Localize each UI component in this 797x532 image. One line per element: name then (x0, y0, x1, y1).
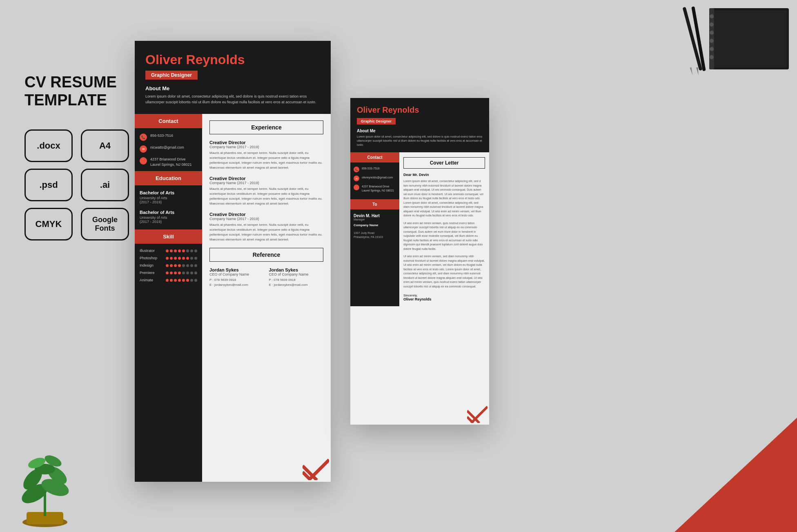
cover-address: 4237 Briarwood Drive Laurel Springs, NJ … (362, 185, 394, 193)
edu-item-1: Bachelor of Arts University of Arts (201… (135, 190, 202, 210)
cover-phone-item: 📞 856-533-7516 (350, 167, 399, 176)
resume-sidebar: Contact 📞 856-533-7516 ✉ nicwatts@gmail.… (135, 114, 202, 482)
exp-desc: Mauris at pharetra nisi, et semper lorem… (209, 223, 323, 242)
edu-item-2: Bachelor of Arts University of Arts (201… (135, 210, 202, 229)
contact-address: 4237 Briarwood Drive Laurel Springs, NJ … (150, 157, 192, 167)
name-first: Oliver (145, 52, 183, 67)
skill-item: Illustrator (135, 249, 202, 256)
skill-name: Premiere (140, 271, 162, 275)
plant-decoration (0, 441, 106, 532)
location-icon: 📍 (140, 157, 147, 165)
desk-decoration (650, 4, 793, 94)
svg-line-32 (467, 411, 479, 423)
cover-body-text-3: Ut wisi enim ad minim veniam, sed diam n… (403, 254, 485, 289)
edu-degree-2: Bachelor of Arts (140, 210, 197, 215)
cover-email-item: ✉ olivreynolds@gmail.com (350, 176, 399, 185)
experience-section-header: Experience (209, 120, 323, 134)
cover-sincerely: Sincerely, (403, 294, 485, 297)
exp-company: Company Name (2017 - 2019) (209, 217, 323, 221)
svg-point-7 (710, 47, 714, 51)
exp-desc: Mauris at pharetra nisi, et semper lorem… (209, 187, 323, 206)
cover-name-first: Oliver (357, 105, 380, 114)
exp-item: Creative Director Company Name (2017 - 2… (209, 140, 323, 170)
cover-dear: Dear Mr. Devin (403, 173, 485, 177)
ref-title-2: CEO of Company Name (269, 272, 324, 276)
skill-section: Skill IllustratorPhotoshopIndesignPremie… (135, 229, 202, 285)
skill-items: IllustratorPhotoshopIndesignPremiereAnim… (135, 249, 202, 285)
resume-header: Oliver Reynolds Graphic Designer About M… (135, 41, 331, 114)
skill-name: Indesign (140, 263, 162, 267)
cover-job-badge: Graphic Designer (357, 118, 396, 125)
format-badge-ai: .ai (81, 169, 129, 201)
format-grid: .docx A4 .psd .ai CMYK Google Fonts (24, 129, 131, 240)
cover-address-item: 📍 4237 Briarwood Drive Laurel Springs, N… (350, 185, 399, 196)
cover-to-company: Company Name (354, 223, 396, 227)
exp-item: Creative Director Company Name (2017 - 2… (209, 176, 323, 206)
contact-label: Contact (135, 114, 202, 128)
about-me-text: Lorem ipsum dolor sit amet, consectetur … (145, 94, 320, 105)
svg-point-8 (710, 55, 714, 59)
exp-title: Creative Director (209, 212, 323, 217)
cover-signature: Oliver Reynolds (403, 297, 485, 301)
cover-bottom-stripes (467, 403, 488, 423)
contact-phone: 856-533-7516 (150, 133, 173, 138)
format-badge-docx: .docx (24, 129, 73, 162)
svg-point-4 (710, 22, 714, 27)
cover-body-text-1: Lorem ipsum dolor sit amet, consectetur … (403, 179, 485, 218)
about-me-section: About Me Lorem ipsum dolor sit amet, con… (145, 85, 320, 105)
ref-title-1: CEO of Company Name (209, 272, 264, 276)
cover-to-info: Devin M. Hart Manager Company Name 1007 … (350, 214, 399, 241)
svg-rect-1 (713, 10, 787, 67)
skill-item: Premiere (135, 271, 202, 278)
cover-phone: 856-533-7516 (362, 167, 380, 171)
cover-name: Oliver Reynolds (357, 105, 483, 115)
cover-to-name: Devin M. Hart (354, 214, 396, 218)
cover-name-last: Reynolds (380, 105, 419, 114)
ref-contact-2: P : 078 5639 0918 E : jordansykes@mail.c… (269, 278, 324, 287)
resume-card: Oliver Reynolds Graphic Designer About M… (135, 41, 331, 482)
education-section: Education Bachelor of Arts University of… (135, 171, 202, 229)
edu-school-2: University of Arts (140, 216, 197, 220)
ref-item-1: Jordan Sykes CEO of Company Name P : 078… (209, 267, 264, 287)
skill-item: Photoshop (135, 256, 202, 263)
experience-items: Creative Director Company Name (2017 - 2… (209, 140, 323, 242)
email-icon: ✉ (140, 145, 147, 153)
edu-year-1: (2017 - 2019) (140, 200, 197, 204)
about-me-label: About Me (145, 85, 320, 91)
edu-year-2: (2017 - 2019) (140, 220, 197, 224)
resume-content: Experience Creative Director Company Nam… (202, 114, 331, 482)
format-badge-a4: A4 (81, 129, 129, 162)
resume-name: Oliver Reynolds (145, 52, 320, 67)
page-title: CV RESUME TEMPLATE (24, 73, 139, 109)
cover-body: Contact 📞 856-533-7516 ✉ olivreynolds@gm… (350, 152, 489, 306)
education-label: Education (135, 171, 202, 185)
skill-name: Photoshop (140, 256, 162, 260)
skill-item: Animate (135, 278, 202, 285)
cover-body-text-2: Ut wisi enim ad minim veniam, quis nostr… (403, 221, 485, 252)
cover-sidebar: Contact 📞 856-533-7516 ✉ olivreynolds@gm… (350, 152, 399, 306)
exp-company: Company Name (2017 - 2019) (209, 181, 323, 185)
skill-name: Animate (140, 278, 162, 282)
cover-letter-card: Oliver Reynolds Graphic Designer About M… (350, 98, 489, 425)
cover-to-role: Manager (354, 218, 396, 221)
cover-to-address: 1007 Judy Road Philadelphia, PA 19103 (354, 227, 396, 239)
cover-letter-label: Cover Letter (403, 157, 485, 169)
skill-label: Skill (135, 229, 202, 244)
contact-section: Contact 📞 856-533-7516 ✉ nicwatts@gmail.… (135, 114, 202, 171)
cover-to-label: To (350, 199, 399, 209)
phone-icon: 📞 (140, 134, 147, 141)
format-badge-cmyk: CMYK (24, 208, 73, 240)
cover-contact-label: Contact (350, 152, 399, 162)
svg-line-33 (471, 407, 488, 423)
cover-email: olivreynolds@gmail.com (362, 176, 393, 180)
svg-point-6 (710, 39, 714, 43)
cover-about-label: About Me (357, 129, 483, 133)
cover-about-text: Lorem ipsum dolor sit amet, consectetur … (357, 135, 483, 147)
name-last: Reynolds (183, 52, 245, 67)
cover-email-icon: ✉ (354, 176, 359, 181)
cover-location-icon: 📍 (354, 185, 359, 190)
format-badge-google: Google Fonts (81, 208, 129, 240)
left-panel: CV RESUME TEMPLATE .docx A4 .psd .ai CMY… (24, 73, 139, 240)
svg-point-3 (710, 14, 714, 18)
exp-company: Company Name (2017 - 2019) (209, 145, 323, 149)
